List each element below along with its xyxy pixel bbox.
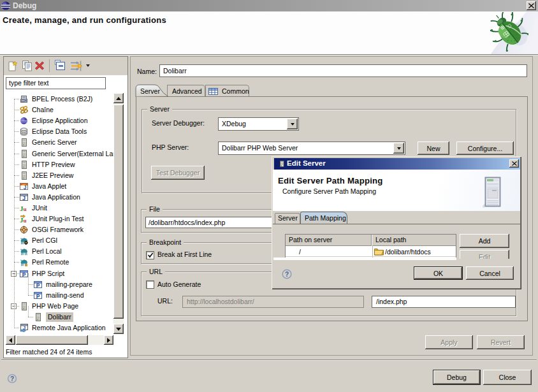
svg-text:P: P	[36, 282, 40, 289]
svg-text:P: P	[22, 272, 26, 278]
svg-text:P: P	[36, 293, 40, 300]
svg-text:?: ?	[285, 271, 289, 278]
svg-text:?: ?	[10, 375, 14, 382]
svg-text:u: u	[24, 217, 27, 223]
svg-text:J: J	[22, 195, 25, 201]
svg-text:J: J	[24, 184, 27, 191]
svg-text:u: u	[24, 206, 27, 212]
